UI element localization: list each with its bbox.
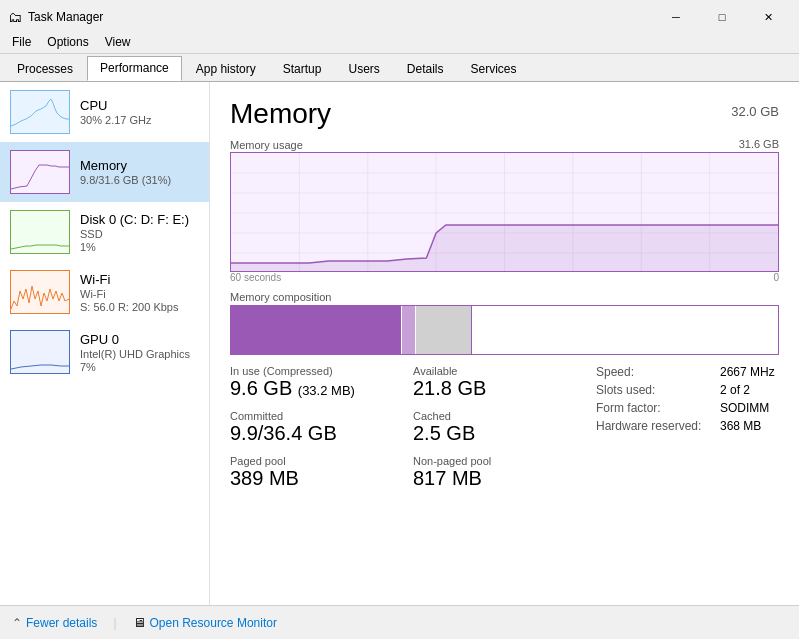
gpu-usage: 7% — [80, 361, 199, 373]
form-value: SODIMM — [720, 401, 769, 415]
committed-value: 9.9/36.4 GB — [230, 422, 413, 445]
sidebar-item-wifi[interactable]: Wi-Fi Wi-Fi S: 56.0 R: 200 Kbps — [0, 262, 209, 322]
chart-time-labels: 60 seconds 0 — [230, 272, 779, 283]
stats-left: In use (Compressed) 9.6 GB (33.2 MB) Com… — [230, 365, 413, 490]
wifi-name: Wi-Fi — [80, 272, 199, 287]
slots-label: Slots used: — [596, 383, 716, 397]
chevron-up-icon: ⌃ — [12, 616, 22, 630]
in-use-label: In use (Compressed) — [230, 365, 413, 377]
cached-label: Cached — [413, 410, 596, 422]
comp-modified — [402, 306, 416, 354]
comp-free — [472, 306, 778, 354]
speed-value: 2667 MHz — [720, 365, 775, 379]
cached-block: Cached 2.5 GB — [413, 410, 596, 445]
gpu-thumbnail — [10, 330, 70, 374]
available-value: 21.8 GB — [413, 377, 596, 400]
memory-composition-chart — [230, 305, 779, 355]
app-icon: 🗂 — [8, 9, 22, 25]
menu-view[interactable]: View — [97, 32, 139, 53]
stats-right: Speed: 2667 MHz Slots used: 2 of 2 Form … — [596, 365, 779, 490]
wifi-type: Wi-Fi — [80, 288, 199, 300]
sidebar-item-disk[interactable]: Disk 0 (C: D: F: E:) SSD 1% — [0, 202, 209, 262]
memory-detail: 9.8/31.6 GB (31%) — [80, 174, 199, 186]
tab-processes[interactable]: Processes — [4, 56, 86, 81]
window-controls: ─ □ ✕ — [653, 1, 791, 33]
svg-rect-0 — [11, 91, 69, 133]
chart-time-start: 60 seconds — [230, 272, 281, 283]
sidebar-item-gpu[interactable]: GPU 0 Intel(R) UHD Graphics 7% — [0, 322, 209, 382]
wifi-speed: S: 56.0 R: 200 Kbps — [80, 301, 199, 313]
hw-reserved-value: 368 MB — [720, 419, 761, 433]
footer-separator: | — [113, 616, 116, 630]
cpu-name: CPU — [80, 98, 199, 113]
in-use-value: 9.6 GB (33.2 MB) — [230, 377, 413, 400]
stats-container: In use (Compressed) 9.6 GB (33.2 MB) Com… — [230, 365, 779, 490]
svg-rect-4 — [11, 331, 69, 373]
fewer-details-link[interactable]: Fewer details — [26, 616, 97, 630]
disk-type: SSD — [80, 228, 199, 240]
memory-max-label: 31.6 GB — [739, 138, 779, 150]
fewer-details-container: ⌃ Fewer details — [12, 616, 97, 630]
disk-usage: 1% — [80, 241, 199, 253]
tab-bar: Processes Performance App history Startu… — [0, 54, 799, 82]
sidebar-item-memory[interactable]: Memory 9.8/31.6 GB (31%) — [0, 142, 209, 202]
maximize-button[interactable]: □ — [699, 1, 745, 33]
stats-middle: Available 21.8 GB Cached 2.5 GB Non-page… — [413, 365, 596, 490]
available-block: Available 21.8 GB — [413, 365, 596, 400]
non-paged-pool-block: Non-paged pool 817 MB — [413, 455, 596, 490]
menu-file[interactable]: File — [4, 32, 39, 53]
speed-label: Speed: — [596, 365, 716, 379]
footer: ⌃ Fewer details | 🖥 Open Resource Monito… — [0, 605, 799, 639]
sidebar-item-cpu[interactable]: CPU 30% 2.17 GHz — [0, 82, 209, 142]
speed-row: Speed: 2667 MHz — [596, 365, 779, 379]
svg-rect-2 — [11, 211, 69, 253]
disk-thumbnail — [10, 210, 70, 254]
panel-header: Memory 32.0 GB — [230, 98, 779, 130]
cpu-thumbnail — [10, 90, 70, 134]
menu-options[interactable]: Options — [39, 32, 96, 53]
tab-app-history[interactable]: App history — [183, 56, 269, 81]
composition-label: Memory composition — [230, 291, 779, 303]
disk-name: Disk 0 (C: D: F: E:) — [80, 212, 199, 227]
in-use-block: In use (Compressed) 9.6 GB (33.2 MB) — [230, 365, 413, 400]
form-row: Form factor: SODIMM — [596, 401, 779, 415]
cached-value: 2.5 GB — [413, 422, 596, 445]
tab-details[interactable]: Details — [394, 56, 457, 81]
open-monitor-container: 🖥 Open Resource Monitor — [133, 615, 277, 630]
comp-in-use — [231, 306, 401, 354]
minimize-button[interactable]: ─ — [653, 1, 699, 33]
form-label: Form factor: — [596, 401, 716, 415]
memory-name: Memory — [80, 158, 199, 173]
memory-usage-section: Memory usage 31.6 GB — [230, 138, 779, 283]
chart-time-end: 0 — [773, 272, 779, 283]
app-title: Task Manager — [28, 10, 103, 24]
memory-info: Memory 9.8/31.6 GB (31%) — [80, 158, 199, 186]
tab-startup[interactable]: Startup — [270, 56, 335, 81]
monitor-icon: 🖥 — [133, 615, 146, 630]
non-paged-value: 817 MB — [413, 467, 596, 490]
committed-label: Committed — [230, 410, 413, 422]
memory-usage-label: Memory usage — [230, 139, 303, 151]
wifi-thumbnail — [10, 270, 70, 314]
available-label: Available — [413, 365, 596, 377]
paged-pool-block: Paged pool 389 MB — [230, 455, 413, 490]
paged-pool-value: 389 MB — [230, 467, 413, 490]
disk-info: Disk 0 (C: D: F: E:) SSD 1% — [80, 212, 199, 253]
tab-services[interactable]: Services — [458, 56, 530, 81]
tab-users[interactable]: Users — [335, 56, 392, 81]
sidebar: CPU 30% 2.17 GHz Memory 9.8/31.6 GB (31%… — [0, 82, 210, 605]
hw-reserved-label: Hardware reserved: — [596, 419, 716, 433]
panel-title: Memory — [230, 98, 331, 130]
committed-block: Committed 9.9/36.4 GB — [230, 410, 413, 445]
main-content: CPU 30% 2.17 GHz Memory 9.8/31.6 GB (31%… — [0, 82, 799, 605]
right-panel: Memory 32.0 GB Memory usage 31.6 GB — [210, 82, 799, 605]
gpu-model: Intel(R) UHD Graphics — [80, 348, 199, 360]
tab-performance[interactable]: Performance — [87, 56, 182, 81]
slots-row: Slots used: 2 of 2 — [596, 383, 779, 397]
memory-thumbnail — [10, 150, 70, 194]
cpu-detail: 30% 2.17 GHz — [80, 114, 199, 126]
title-bar: 🗂 Task Manager ─ □ ✕ — [0, 0, 799, 32]
open-monitor-link[interactable]: Open Resource Monitor — [150, 616, 277, 630]
close-button[interactable]: ✕ — [745, 1, 791, 33]
hw-reserved-row: Hardware reserved: 368 MB — [596, 419, 779, 433]
